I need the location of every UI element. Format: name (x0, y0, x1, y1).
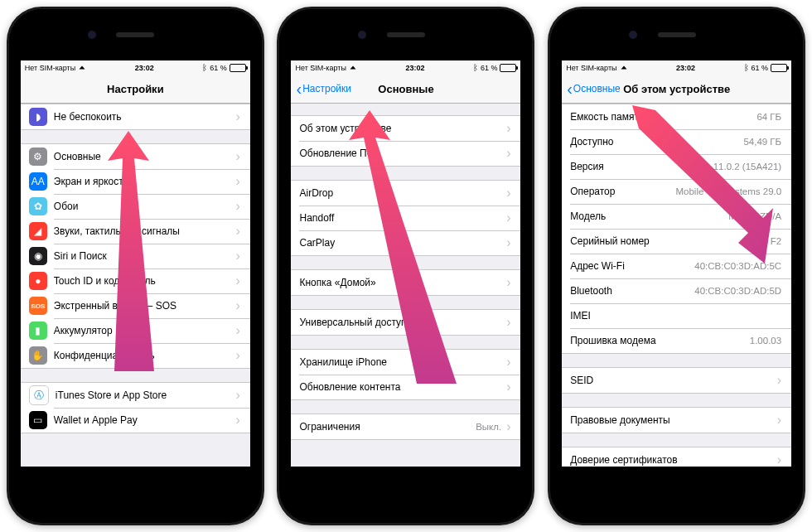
settings-row-bat[interactable]: ▮Аккумулятор› (21, 318, 250, 343)
row-label: AirDrop (299, 187, 501, 199)
nav-bar: Настройки (21, 75, 250, 104)
screen: Нет SIM-карты 23:02 61 % Настройки ◗Не б… (21, 60, 250, 467)
settings-row-touch[interactable]: ●Touch ID и код-пароль› (21, 268, 250, 293)
row-label: Версия (570, 161, 713, 172)
settings-row-wallet[interactable]: ▭Wallet и Apple Pay› (21, 408, 250, 433)
store-icon: Ⓐ (29, 385, 49, 405)
siri-icon: ◉ (29, 247, 47, 265)
settings-row-siri[interactable]: ◉Siri и Поиск› (21, 244, 250, 268)
general-group: ОграниченияВыкл.› (291, 414, 520, 440)
about-row[interactable]: Bluetooth40:CB:C0:3D:AD:5D (562, 278, 791, 303)
row-label: Wallet и Apple Pay (54, 414, 231, 426)
gear-icon: ⚙ (29, 148, 47, 166)
row-value: Выкл. (476, 422, 501, 432)
clock: 23:02 (135, 64, 154, 72)
settings-row-text[interactable]: AAЭкран и яркость› (21, 169, 250, 194)
about-row[interactable]: Прошивка модема1.00.03 (562, 328, 791, 353)
settings-row-sos[interactable]: SOSЭкстренный вызов — SOS› (21, 293, 250, 318)
battery-icon (771, 64, 787, 72)
about-row[interactable]: Емкость памяти64 ГБ (562, 104, 791, 129)
settings-group: ◗Не беспокоить› (21, 104, 250, 130)
chevron-right-icon: › (236, 348, 240, 363)
row-value: 40:CB:C0:3D:AD:5D (694, 286, 781, 296)
priv-icon: ✋ (29, 346, 47, 365)
general-row[interactable]: Хранилище iPhone› (291, 350, 520, 375)
row-value: 11.0.2 (15A421) (713, 162, 781, 172)
general-row[interactable]: Кнопка «Домой»› (291, 270, 520, 295)
nav-back-button[interactable]: ‹ Настройки (296, 80, 351, 97)
chevron-left-icon: ‹ (567, 80, 573, 97)
nav-back-button[interactable]: ‹ Основные (567, 80, 621, 97)
general-row[interactable]: Handoff› (291, 206, 520, 230)
about-row[interactable]: Серийный номерF2 (562, 229, 791, 254)
chevron-right-icon: › (506, 210, 510, 225)
about-row[interactable]: Доступно54,49 ГБ (562, 129, 791, 154)
general-row[interactable]: Обновление ПО› (291, 141, 520, 166)
about-row[interactable]: IMEI (562, 303, 791, 328)
status-right: 61 % (473, 63, 517, 72)
row-value: F2 (771, 236, 781, 246)
general-group: Об этом устройстве›Обновление ПО› (291, 115, 520, 167)
about-row[interactable]: Версия11.0.2 (15A421) (562, 154, 791, 179)
clock: 23:02 (405, 64, 424, 72)
screen: Нет SIM-карты 23:02 61 % ‹ Основные Об э… (562, 60, 791, 467)
chevron-right-icon: › (506, 315, 510, 330)
row-label: Доступно (570, 136, 743, 148)
general-row[interactable]: ОграниченияВыкл.› (291, 414, 520, 439)
row-label: Оператор (570, 186, 675, 197)
row-label: Аккумулятор (54, 325, 231, 336)
row-label: Об этом устройстве (299, 123, 501, 134)
phone-2: Нет SIM-карты 23:02 61 % ‹ Настройки Осн… (277, 7, 534, 525)
wifi-icon (80, 66, 85, 70)
about-row[interactable]: МодельMQ8L2ZD/A (562, 204, 791, 229)
general-content[interactable]: Об этом устройстве›Обновление ПО›AirDrop… (291, 104, 520, 440)
row-label: Bluetooth (570, 285, 694, 297)
row-label: Серийный номер (570, 235, 771, 247)
row-label: Обновление ПО (299, 148, 501, 159)
chevron-right-icon: › (236, 174, 240, 189)
row-label: iTunes Store и App Store (56, 389, 231, 401)
status-right: 61 % (744, 63, 788, 72)
row-label: Кнопка «Домой» (299, 277, 501, 288)
settings-row-store[interactable]: ⒶiTunes Store и App Store› (21, 383, 250, 408)
status-bar: Нет SIM-карты 23:02 61 % (562, 60, 791, 75)
about-content[interactable]: Емкость памяти64 ГБДоступно54,49 ГБВерси… (562, 104, 791, 467)
general-row[interactable]: Универсальный доступ› (291, 310, 520, 335)
wifi-icon (350, 66, 355, 70)
general-row[interactable]: CarPlay› (291, 230, 520, 255)
chevron-right-icon: › (777, 373, 781, 388)
chevron-right-icon: › (506, 186, 510, 201)
chevron-right-icon: › (777, 413, 781, 428)
front-camera (358, 31, 366, 39)
status-left: Нет SIM-карты (566, 64, 627, 72)
general-row[interactable]: Обновление контента› (291, 375, 520, 399)
front-camera (629, 31, 637, 39)
legal-row[interactable]: Правовые документы› (562, 408, 791, 433)
settings-row-priv[interactable]: ✋Конфиденциальность› (21, 343, 250, 368)
settings-row-gear[interactable]: ⚙Основные› (21, 144, 250, 169)
wifi-icon (621, 66, 626, 70)
settings-row-moon[interactable]: ◗Не беспокоить› (21, 104, 250, 129)
settings-row-wall[interactable]: ✿Обои› (21, 194, 250, 219)
row-label: Touch ID и код-пароль (54, 275, 231, 287)
settings-content[interactable]: ◗Не беспокоить›⚙Основные›AAЭкран и яркос… (21, 104, 250, 433)
chevron-right-icon: › (506, 380, 510, 394)
ear-speaker (387, 32, 425, 37)
row-label: Модель (570, 210, 728, 222)
trust-row[interactable]: Доверие сертификатов› (562, 447, 791, 467)
about-row[interactable]: ОператорMobile TeleSystems 29.0 (562, 179, 791, 204)
settings-row-snd[interactable]: ◢Звуки, тактильные сигналы› (21, 219, 250, 244)
bluetooth-icon (202, 63, 207, 72)
nav-title: Основные (378, 83, 433, 95)
row-label: Handoff (299, 212, 501, 224)
general-row[interactable]: Об этом устройстве› (291, 116, 520, 141)
row-value: 54,49 ГБ (743, 137, 781, 147)
chevron-right-icon: › (506, 275, 510, 290)
about-row[interactable]: Адрес Wi-Fi40:CB:C0:3D:AD:5C (562, 254, 791, 278)
row-label: Хранилище iPhone (299, 356, 501, 368)
general-row[interactable]: AirDrop› (291, 181, 520, 206)
seid-row[interactable]: SEID› (562, 368, 791, 393)
status-bar: Нет SIM-карты 23:02 61 % (21, 60, 250, 75)
screen: Нет SIM-карты 23:02 61 % ‹ Настройки Осн… (291, 60, 520, 467)
top-bezel (9, 9, 262, 60)
